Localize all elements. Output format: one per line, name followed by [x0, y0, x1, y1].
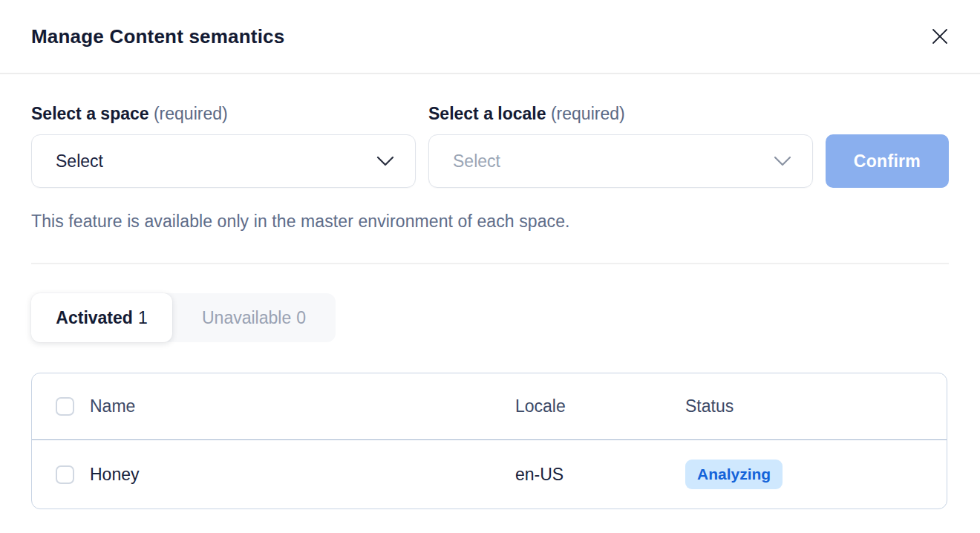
locale-select-placeholder: Select [453, 151, 500, 171]
table-row: Honey en-US Analyzing [32, 440, 947, 509]
column-header-status: Status [685, 396, 947, 416]
table-header-row: Name Locale Status [32, 373, 947, 440]
modal-title: Manage Content semantics [31, 25, 284, 48]
tab-unavailable-count: 0 [296, 308, 306, 328]
tab-group: Activated 1 Unavailable 0 [31, 293, 336, 342]
modal-body: Select a space (required) Select a local… [0, 104, 980, 509]
close-icon [930, 27, 950, 46]
tab-unavailable[interactable]: Unavailable 0 [172, 293, 336, 342]
chevron-down-icon [376, 156, 394, 166]
space-label: Select a space (required) [31, 104, 428, 124]
space-required-text: (required) [154, 104, 228, 123]
column-header-locale: Locale [515, 396, 685, 416]
row-status-cell: Analyzing [685, 460, 947, 489]
tab-activated-label: Activated [56, 308, 133, 328]
tab-activated-count: 1 [138, 308, 148, 328]
space-label-text: Select a space [31, 104, 149, 123]
row-locale: en-US [515, 465, 685, 485]
locale-select[interactable]: Select [428, 134, 813, 188]
locale-label-text: Select a locale [428, 104, 546, 123]
section-divider [31, 263, 949, 264]
confirm-button[interactable]: Confirm [826, 134, 949, 188]
content-table: Name Locale Status Honey en-US Analyzing [31, 373, 947, 509]
form-labels-row: Select a space (required) Select a local… [31, 104, 949, 124]
space-select[interactable]: Select [31, 134, 416, 188]
locale-required-text: (required) [551, 104, 625, 123]
modal-header: Manage Content semantics [0, 0, 980, 74]
tab-activated[interactable]: Activated 1 [31, 293, 172, 342]
select-all-checkbox[interactable] [56, 397, 74, 416]
column-header-name: Name [90, 396, 515, 416]
tab-unavailable-label: Unavailable [202, 308, 291, 328]
space-select-value: Select [56, 151, 103, 171]
row-checkbox-cell [32, 465, 90, 484]
row-name: Honey [90, 465, 515, 485]
header-checkbox-cell [32, 397, 90, 416]
form-controls-row: Select Select Confirm [31, 134, 949, 188]
close-button[interactable] [925, 22, 955, 51]
status-badge: Analyzing [685, 460, 783, 489]
chevron-down-icon [774, 156, 791, 166]
helper-text: This feature is available only in the ma… [31, 212, 949, 232]
row-checkbox[interactable] [56, 465, 74, 484]
locale-label: Select a locale (required) [428, 104, 625, 124]
